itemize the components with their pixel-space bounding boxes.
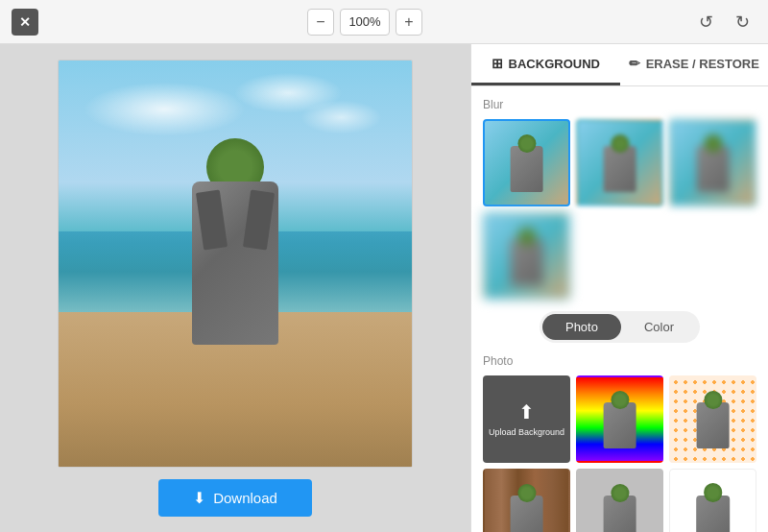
photo-section-label: Photo xyxy=(483,354,756,368)
erase-tab-icon: ✏ xyxy=(629,56,640,71)
background-tab-icon: ⊞ xyxy=(492,56,503,71)
main-area: ⬇ Download ⊞ BACKGROUND ✏ ERASE / RESTOR… xyxy=(0,44,768,532)
download-button[interactable]: ⬇ Download xyxy=(158,479,312,517)
blur-thumb-0[interactable] xyxy=(483,119,570,206)
bg-dots-thumb[interactable] xyxy=(669,375,756,463)
canvas-wrapper xyxy=(58,60,413,468)
blur-thumb-figure-0 xyxy=(510,146,543,192)
right-panel: ⊞ BACKGROUND ✏ ERASE / RESTORE Blur xyxy=(470,44,768,532)
upload-icon: ⬆ xyxy=(518,400,535,423)
bg-neutral-thumb[interactable] xyxy=(576,469,663,532)
panel-tabs: ⊞ BACKGROUND ✏ ERASE / RESTORE xyxy=(471,44,768,86)
zoom-in-button[interactable]: + xyxy=(396,9,422,36)
figure-lapel-right xyxy=(243,190,275,251)
blur-section-label: Blur xyxy=(483,98,756,111)
figure-body xyxy=(192,181,278,345)
photo-toggle-button[interactable]: Photo xyxy=(542,314,621,340)
top-toolbar: ✕ − 100% + ↺ ↻ xyxy=(0,0,768,44)
blur-thumb-3[interactable] xyxy=(483,212,570,300)
blur-thumbnails-grid xyxy=(483,119,756,300)
blur-thumb-2[interactable] xyxy=(669,119,756,206)
color-toggle-button[interactable]: Color xyxy=(621,314,697,340)
panel-content: Blur xyxy=(471,86,768,532)
tab-erase-restore[interactable]: ✏ ERASE / RESTORE xyxy=(620,44,769,85)
bg-white-head xyxy=(704,483,723,502)
tab-background[interactable]: ⊞ BACKGROUND xyxy=(471,44,620,85)
bg-white-thumb[interactable] xyxy=(669,469,756,532)
undo-button[interactable]: ↺ xyxy=(691,8,720,36)
photo-color-toggle: Photo Color xyxy=(540,311,700,343)
zoom-controls: − 100% + xyxy=(307,9,422,36)
bg-rainbow-thumb[interactable] xyxy=(576,375,663,463)
bg-rainbow-figure xyxy=(603,402,636,448)
blur-thumb-figure-3 xyxy=(510,239,543,285)
bg-dots-figure xyxy=(696,402,730,448)
canvas-figure xyxy=(168,124,302,345)
close-button[interactable]: ✕ xyxy=(12,9,38,36)
blur-thumb-figure-2 xyxy=(696,146,730,192)
photo-thumbnails-grid: ⬆ Upload Background xyxy=(483,375,756,532)
redo-button[interactable]: ↻ xyxy=(728,8,756,36)
upload-label: Upload Background xyxy=(489,427,564,438)
upload-background-button[interactable]: ⬆ Upload Background xyxy=(483,375,570,463)
blur-thumb-1[interactable] xyxy=(576,119,663,206)
zoom-value-display: 100% xyxy=(340,9,390,36)
blur-thumb-figure-1 xyxy=(603,146,636,192)
canvas-area: ⬇ Download xyxy=(0,44,470,532)
bg-wood-thumb[interactable] xyxy=(483,469,570,532)
download-icon: ⬇ xyxy=(193,489,205,507)
figure-lapel-left xyxy=(196,190,228,251)
zoom-out-button[interactable]: − xyxy=(307,9,334,36)
